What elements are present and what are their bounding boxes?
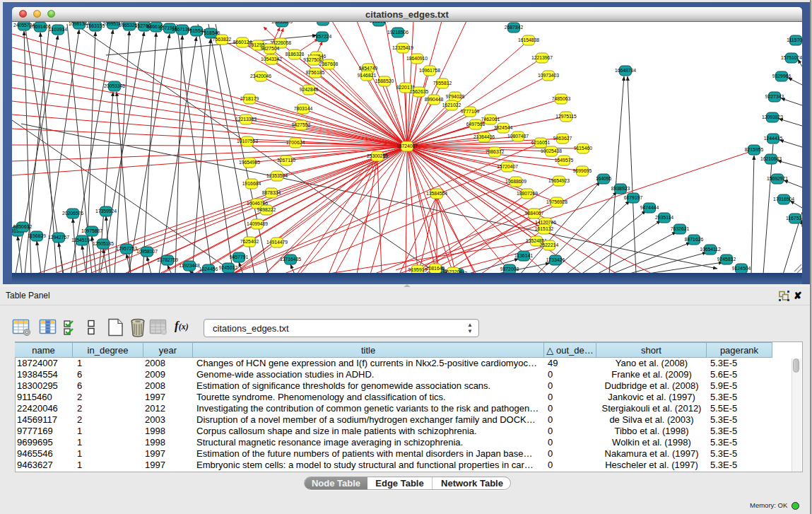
svg-text:18724007: 18724007 — [396, 144, 418, 148]
svg-text:3824544: 3824544 — [494, 125, 513, 130]
svg-text:2367608: 2367608 — [319, 62, 339, 66]
svg-text:17016504: 17016504 — [773, 197, 794, 201]
svg-text:8454749: 8454749 — [359, 66, 378, 71]
svg-text:12213967: 12213967 — [531, 55, 553, 60]
svg-text:10961758: 10961758 — [419, 68, 440, 73]
svg-text:3267110: 3267110 — [277, 158, 295, 163]
svg-text:9794028: 9794028 — [446, 94, 465, 99]
svg-text:164095: 164095 — [596, 176, 612, 181]
svg-text:1115704: 1115704 — [787, 37, 802, 42]
svg-text:9146821: 9146821 — [358, 73, 377, 78]
svg-text:8813014: 8813014 — [370, 22, 389, 23]
svg-text:19218506: 19218506 — [387, 30, 408, 35]
svg-text:1136141: 1136141 — [514, 253, 533, 258]
svg-text:8990448: 8990448 — [425, 97, 444, 102]
svg-text:8186328: 8186328 — [286, 52, 305, 57]
svg-text:17359924: 17359924 — [95, 209, 117, 214]
svg-text:8215955: 8215955 — [745, 147, 764, 152]
svg-text:1733426: 1733426 — [546, 257, 565, 262]
svg-text:8878334: 8878334 — [262, 190, 281, 195]
svg-text:12975115: 12975115 — [555, 114, 577, 119]
svg-text:9372008: 9372008 — [500, 267, 519, 271]
svg-text:23420046: 23420046 — [250, 74, 271, 78]
svg-text:10107553: 10107553 — [237, 139, 258, 144]
svg-text:19756928: 19756928 — [546, 199, 567, 204]
svg-text:20691406: 20691406 — [30, 24, 51, 29]
svg-text:18807269: 18807269 — [517, 191, 538, 196]
svg-text:1024456: 1024456 — [199, 267, 218, 271]
svg-text:10973403: 10973403 — [538, 73, 559, 78]
svg-text:18640910: 18640910 — [406, 56, 428, 61]
svg-text:7632621: 7632621 — [671, 226, 690, 231]
svg-text:9115460: 9115460 — [574, 146, 592, 151]
svg-text:16033809: 16033809 — [271, 22, 293, 24]
svg-text:16782759: 16782759 — [157, 257, 178, 262]
svg-text:7485063: 7485063 — [552, 96, 571, 101]
svg-text:8350612: 8350612 — [13, 224, 33, 229]
svg-text:16154838: 16154838 — [518, 37, 539, 42]
svg-text:10975887: 10975887 — [81, 228, 102, 233]
svg-text:6216051: 6216051 — [531, 140, 551, 145]
svg-text:9463627: 9463627 — [553, 136, 572, 141]
svg-text:1103914: 1103914 — [49, 27, 67, 32]
svg-text:17957253: 17957253 — [116, 246, 137, 251]
svg-text:9457791: 9457791 — [230, 255, 249, 259]
svg-text:12505185: 12505185 — [93, 241, 114, 246]
svg-text:9245012: 9245012 — [219, 265, 238, 270]
svg-text:7803144: 7803144 — [294, 106, 313, 111]
svg-text:7955812: 7955812 — [433, 81, 452, 86]
svg-text:7462061: 7462061 — [481, 117, 500, 122]
svg-text:9777109: 9777109 — [461, 109, 480, 114]
svg-text:10025438: 10025438 — [541, 148, 562, 153]
svg-text:25300255: 25300255 — [367, 153, 388, 158]
svg-text:9242848: 9242848 — [300, 87, 319, 92]
svg-text:1081640: 1081640 — [426, 266, 445, 271]
svg-text:13584554: 13584554 — [426, 191, 447, 196]
svg-text:9884067: 9884067 — [525, 211, 544, 216]
svg-text:9124504: 9124504 — [732, 266, 751, 271]
svg-text:10543342: 10543342 — [261, 57, 282, 62]
svg-text:1549575: 1549575 — [555, 158, 574, 163]
svg-text:1156829: 1156829 — [28, 233, 46, 238]
svg-text:19654985: 19654985 — [239, 160, 260, 165]
svg-text:12942757: 12942757 — [48, 235, 69, 240]
svg-text:9498222: 9498222 — [257, 207, 276, 212]
svg-text:1700624: 1700624 — [286, 140, 305, 145]
svg-text:10958107: 10958107 — [136, 249, 158, 254]
svg-text:1621022: 1621022 — [442, 103, 461, 107]
svg-text:12093823: 12093823 — [762, 115, 783, 119]
svg-text:1615132: 1615132 — [535, 226, 554, 231]
svg-text:2522214: 2522214 — [540, 243, 559, 247]
svg-text:9245812: 9245812 — [717, 257, 736, 262]
svg-text:9427552: 9427552 — [292, 122, 311, 127]
svg-text:9227343: 9227343 — [765, 94, 784, 99]
svg-text:11545194: 11545194 — [71, 238, 93, 243]
svg-text:11923448: 11923448 — [179, 263, 200, 268]
svg-text:7357224: 7357224 — [313, 34, 332, 39]
svg-text:9195919: 9195919 — [408, 267, 428, 272]
svg-text:2687842: 2687842 — [505, 25, 524, 30]
svg-text:9699695: 9699695 — [573, 168, 592, 173]
svg-text:20206576: 20206576 — [62, 211, 83, 216]
svg-text:1244415: 1244415 — [764, 136, 783, 141]
svg-text:8938923: 8938923 — [611, 186, 630, 191]
svg-text:13716485: 13716485 — [280, 257, 301, 262]
svg-text:14099489: 14099489 — [247, 221, 268, 226]
svg-text:9474444: 9474444 — [640, 205, 659, 210]
svg-text:7563822: 7563822 — [213, 37, 232, 42]
svg-text:15692971: 15692971 — [767, 176, 788, 181]
svg-text:21364436: 21364436 — [473, 134, 495, 139]
svg-text:10807487: 10807487 — [507, 134, 529, 139]
svg-text:2935114: 2935114 — [655, 215, 673, 220]
svg-text:8756185: 8756185 — [306, 70, 325, 75]
svg-text:1916684: 1916684 — [242, 181, 261, 186]
svg-text:2718179: 2718179 — [240, 96, 259, 101]
svg-text:7625402: 7625402 — [240, 239, 259, 244]
svg-text:12213383: 12213383 — [235, 117, 257, 122]
svg-text:9329966: 9329966 — [772, 74, 792, 78]
svg-text:12325419: 12325419 — [392, 45, 413, 50]
svg-text:15720407: 15720407 — [497, 164, 518, 169]
svg-text:15751074: 15751074 — [781, 55, 802, 60]
svg-text:9041233: 9041233 — [314, 22, 333, 23]
svg-text:16648784: 16648784 — [615, 68, 636, 73]
